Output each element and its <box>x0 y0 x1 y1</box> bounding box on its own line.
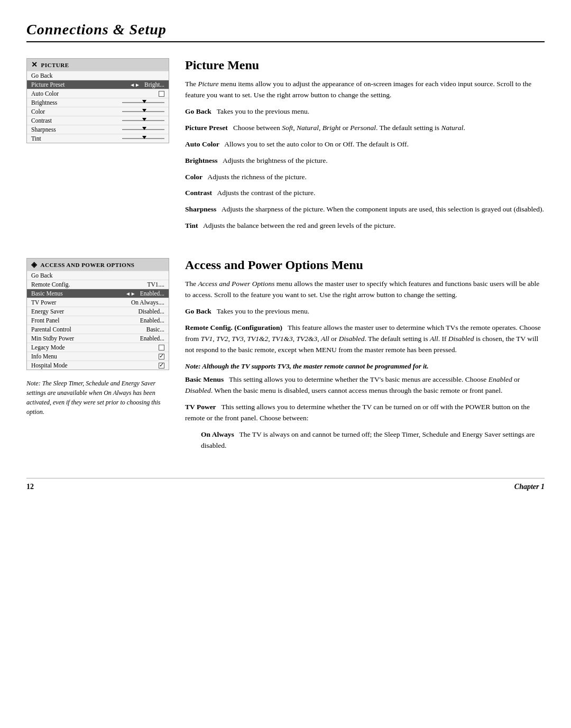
access-basic-menus-desc: Basic Menus This setting allows you to d… <box>185 374 545 397</box>
picture-sharpness-desc: Sharpness Adjusts the sharpness of the p… <box>185 204 545 215</box>
access-menu-row-legacy-mode[interactable]: Legacy Mode <box>27 343 169 352</box>
access-tv-power-desc: TV Power This setting allows you to dete… <box>185 402 545 424</box>
access-menu-row-basic-menus[interactable]: Basic Menus ◄► Enabled... <box>27 289 169 298</box>
picture-intro: The Picture menu items allow you to adju… <box>185 79 545 101</box>
picture-section: ✕ PICTURE Go Back Picture Preset ◄► Brig… <box>26 58 545 237</box>
access-menu-header: ◈ ACCESS AND POWER OPTIONS <box>27 259 169 271</box>
access-menu-icon: ◈ <box>31 260 38 269</box>
contrast-slider[interactable] <box>122 120 164 121</box>
footer-chapter-label: Chapter 1 <box>514 483 545 491</box>
legacy-mode-checkbox[interactable] <box>159 345 164 351</box>
menu-row-brightness[interactable]: Brightness <box>27 98 169 107</box>
access-section-title: Access and Power Options Menu <box>185 258 545 272</box>
access-tv3-note: Note: Although the TV supports TV3, the … <box>185 361 545 372</box>
access-menu-row-remote-config[interactable]: Remote Config. TV1.... <box>27 280 169 289</box>
menu-row-color[interactable]: Color <box>27 107 169 116</box>
access-intro: The Access and Power Options menu allows… <box>185 279 545 301</box>
tint-slider[interactable] <box>122 138 164 139</box>
color-slider[interactable] <box>122 111 164 112</box>
picture-left-col: ✕ PICTURE Go Back Picture Preset ◄► Brig… <box>26 58 169 237</box>
page-title: Connections & Setup <box>26 21 545 38</box>
access-menu-row-parental-control[interactable]: Parental Control Basic... <box>27 325 169 334</box>
menu-row-contrast[interactable]: Contrast <box>27 116 169 125</box>
access-remote-config-desc: Remote Config. (Configuration) This feat… <box>185 322 545 356</box>
picture-brightness-desc: Brightness Adjusts the brightness of the… <box>185 155 545 167</box>
picture-menu-header: ✕ PICTURE <box>27 59 169 71</box>
access-menu-header-label: ACCESS AND POWER OPTIONS <box>41 262 135 268</box>
picture-go-back: Go Back Takes you to the previous menu. <box>185 106 545 117</box>
menu-row-picture-preset[interactable]: Picture Preset ◄► Bright... <box>27 80 169 89</box>
picture-color-desc: Color Adjusts the richness of the pictur… <box>185 172 545 183</box>
picture-auto-color-desc: Auto Color Allows you to set the auto co… <box>185 139 545 150</box>
access-menu-box: ◈ ACCESS AND POWER OPTIONS Go Back Remot… <box>26 258 169 370</box>
access-note-left: Note: The Sleep Timer, Schedule and Ener… <box>26 379 169 417</box>
page-footer: 12 Chapter 1 <box>26 478 545 491</box>
access-menu-row-min-stdby[interactable]: Min Stdby Power Enabled... <box>27 334 169 343</box>
access-menu-row-hospital-mode[interactable]: Hospital Mode <box>27 361 169 370</box>
brightness-slider[interactable] <box>122 102 164 103</box>
access-left-col: ◈ ACCESS AND POWER OPTIONS Go Back Remot… <box>26 258 169 457</box>
picture-menu-icon: ✕ <box>31 60 38 69</box>
picture-preset-arrows: ◄► <box>130 82 140 88</box>
picture-tint-desc: Tint Adjusts the balance between the red… <box>185 220 545 232</box>
access-go-back-desc: Go Back Takes you to the previous menu. <box>185 306 545 317</box>
auto-color-checkbox[interactable] <box>159 91 164 97</box>
access-menu-row-front-panel[interactable]: Front Panel Enabled... <box>27 316 169 325</box>
access-menu-row-info-menu[interactable]: Info Menu <box>27 352 169 361</box>
menu-row-sharpness[interactable]: Sharpness <box>27 125 169 134</box>
footer-page-number: 12 <box>26 483 34 491</box>
basic-menus-arrows: ◄► <box>125 291 136 297</box>
access-menu-row-energy-saver[interactable]: Energy Saver Disabled... <box>27 307 169 316</box>
picture-menu-box: ✕ PICTURE Go Back Picture Preset ◄► Brig… <box>26 58 169 143</box>
picture-menu-header-label: PICTURE <box>41 62 69 68</box>
picture-section-title: Picture Menu <box>185 58 545 72</box>
page-header: Connections & Setup <box>26 21 545 42</box>
hospital-mode-checkbox[interactable] <box>159 363 164 368</box>
sharpness-slider[interactable] <box>122 129 164 130</box>
access-section: ◈ ACCESS AND POWER OPTIONS Go Back Remot… <box>26 258 545 457</box>
info-menu-checkbox[interactable] <box>159 354 164 360</box>
menu-row-go-back[interactable]: Go Back <box>27 71 169 80</box>
menu-row-auto-color[interactable]: Auto Color <box>27 89 169 98</box>
picture-right-col: Picture Menu The Picture menu items allo… <box>185 58 545 237</box>
access-menu-row-tv-power[interactable]: TV Power On Always.... <box>27 298 169 307</box>
access-on-always-desc: On Always The TV is always on and cannot… <box>201 429 545 451</box>
picture-preset-desc: Picture Preset Choose between Soft, Natu… <box>185 123 545 134</box>
picture-contrast-desc: Contrast Adjusts the contrast of the pic… <box>185 188 545 199</box>
access-menu-row-go-back[interactable]: Go Back <box>27 271 169 280</box>
access-right-col: Access and Power Options Menu The Access… <box>185 258 545 457</box>
menu-row-tint[interactable]: Tint <box>27 134 169 143</box>
